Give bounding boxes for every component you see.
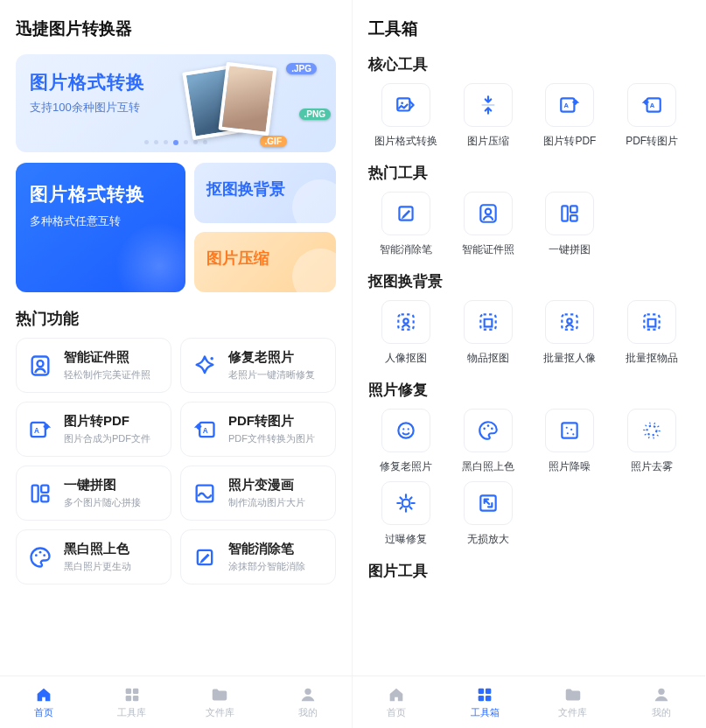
feature-card[interactable]: 修复老照片老照片一键清晰修复	[180, 338, 336, 393]
eraser-pen-icon	[381, 192, 430, 235]
nav-label: 我的	[652, 706, 671, 719]
tool-item[interactable]: 一键拼图	[533, 192, 608, 257]
feature-title: 智能证件照	[64, 349, 150, 366]
dot-icon[interactable]	[144, 140, 149, 144]
feature-card[interactable]: 照片变漫画制作流动图片大片	[180, 466, 336, 521]
feature-title: 照片变漫画	[228, 477, 305, 494]
feature-subtitle: 多个图片随心拼接	[64, 496, 141, 509]
batch-portrait-icon	[545, 300, 594, 344]
tool-item[interactable]: 照片降噪	[533, 409, 608, 474]
tool-label: 图片压缩	[467, 134, 509, 149]
palette-icon	[464, 409, 513, 452]
image-pdf-icon	[25, 415, 55, 444]
dot-icon[interactable]	[173, 140, 178, 145]
home-screen: 迅捷图片转换器 图片格式转换 支持100余种图片互转 .JPG .PNG .GI…	[0, 0, 353, 728]
carousel-dots[interactable]	[144, 140, 207, 145]
tile-title: 图片格式转换	[30, 182, 171, 206]
nav-item[interactable]: 文件库	[529, 676, 618, 728]
face-restore-icon	[381, 409, 430, 452]
feature-title: 修复老照片	[228, 349, 315, 366]
nav-item[interactable]: 我的	[264, 676, 353, 728]
tool-item[interactable]: 图片压缩	[451, 83, 526, 149]
upscale-icon	[464, 481, 513, 525]
pdf-image-icon	[627, 83, 676, 127]
tool-item[interactable]: 图片格式转换	[368, 83, 444, 149]
bottom-nav: 首页工具箱文件库我的	[353, 676, 705, 728]
section-hot-tools: 热门工具	[368, 163, 689, 183]
feature-subtitle: 涂抹部分智能消除	[228, 560, 305, 573]
tool-item[interactable]: 智能消除笔	[368, 192, 444, 257]
nav-item[interactable]: 工具箱	[441, 676, 529, 728]
tool-item[interactable]: 过曝修复	[368, 481, 444, 547]
feature-subtitle: 老照片一键清晰修复	[228, 368, 315, 382]
gif-tag: .GIF	[260, 136, 287, 147]
portrait-cutout-icon	[381, 300, 430, 344]
home-icon	[34, 685, 53, 704]
toolbox-screen: 工具箱 核心工具 图片格式转换图片压缩图片转PDFPDF转图片 热门工具 智能消…	[353, 0, 705, 728]
tile-compress[interactable]: 图片压缩	[194, 232, 336, 292]
promo-banner[interactable]: 图片格式转换 支持100余种图片互转 .JPG .PNG .GIF	[16, 54, 336, 152]
feature-title: 黑白照上色	[64, 541, 131, 557]
section-hot-features: 热门功能	[16, 308, 336, 329]
feature-title: 智能消除笔	[228, 541, 305, 557]
collage-icon	[545, 192, 594, 235]
nav-item[interactable]: 工具库	[88, 676, 177, 728]
dot-icon[interactable]	[193, 140, 198, 144]
wave-image-icon	[190, 479, 220, 508]
tool-item[interactable]: 黑白照上色	[451, 409, 526, 474]
tool-item[interactable]: 修复老照片	[368, 409, 444, 474]
feature-card[interactable]: 一键拼图多个图片随心拼接	[16, 466, 171, 521]
user-icon	[298, 685, 318, 704]
tool-item[interactable]: PDF转图片	[614, 83, 689, 149]
tool-label: 人像抠图	[385, 351, 427, 366]
feature-card[interactable]: 黑白照上色黑白照片更生动	[16, 529, 171, 584]
dot-icon[interactable]	[184, 140, 188, 144]
feature-card[interactable]: 智能证件照轻松制作完美证件照	[16, 338, 171, 393]
tool-label: 过曝修复	[385, 532, 427, 547]
user-icon	[652, 685, 671, 704]
tile-format-convert[interactable]: 图片格式转换 多种格式任意互转	[16, 163, 185, 292]
dot-icon[interactable]	[164, 140, 168, 144]
tool-label: 批量抠物品	[626, 351, 678, 366]
sparkle-bell-icon	[190, 351, 220, 381]
sample-photo-icon	[218, 62, 276, 136]
tool-item[interactable]: 批量抠物品	[614, 300, 689, 366]
tool-item[interactable]: 图片转PDF	[533, 83, 608, 149]
nav-label: 文件库	[558, 706, 587, 719]
feature-card[interactable]: 智能消除笔涂抹部分智能消除	[180, 529, 336, 584]
dot-icon[interactable]	[203, 140, 207, 144]
nav-item[interactable]: 首页	[353, 676, 441, 728]
tool-label: 图片格式转换	[374, 134, 437, 149]
folder-icon	[210, 685, 229, 704]
tool-item[interactable]: 物品抠图	[451, 300, 526, 366]
tool-item[interactable]: 人像抠图	[368, 300, 444, 366]
nav-item[interactable]: 文件库	[176, 676, 264, 728]
tool-item[interactable]: 照片去雾	[614, 409, 689, 474]
tool-label: 一键拼图	[549, 242, 591, 257]
nav-item[interactable]: 我的	[617, 676, 705, 728]
nav-label: 工具库	[117, 706, 146, 719]
tool-item[interactable]: 无损放大	[451, 481, 526, 547]
banner-photo-stack	[187, 65, 283, 142]
section-repair: 照片修复	[368, 380, 689, 400]
home-icon	[387, 685, 406, 704]
tool-label: 黑白照上色	[462, 459, 514, 474]
page-title: 工具箱	[368, 18, 689, 40]
feature-card[interactable]: 图片转PDF图片合成为PDF文件	[16, 402, 171, 457]
tile-label: 图片压缩	[206, 249, 269, 267]
section-core-tools: 核心工具	[368, 54, 689, 74]
png-tag: .PNG	[299, 108, 331, 120]
section-cutout: 抠图换背景	[368, 271, 689, 291]
feature-card[interactable]: PDF转图片PDF文件转换为图片	[180, 402, 336, 457]
nav-item[interactable]: 首页	[0, 676, 88, 728]
grid-icon	[122, 685, 142, 704]
tool-item[interactable]: 批量抠人像	[533, 300, 608, 366]
object-cutout-icon	[464, 300, 513, 344]
nav-label: 我的	[298, 706, 318, 719]
feature-subtitle: 制作流动图片大片	[228, 496, 305, 509]
tool-item[interactable]: 智能证件照	[451, 192, 526, 257]
dot-icon[interactable]	[154, 140, 158, 144]
tile-cutout-bg[interactable]: 抠图换背景	[194, 163, 336, 223]
palette-icon	[25, 542, 55, 572]
tile-subtitle: 多种格式任意互转	[30, 214, 171, 229]
